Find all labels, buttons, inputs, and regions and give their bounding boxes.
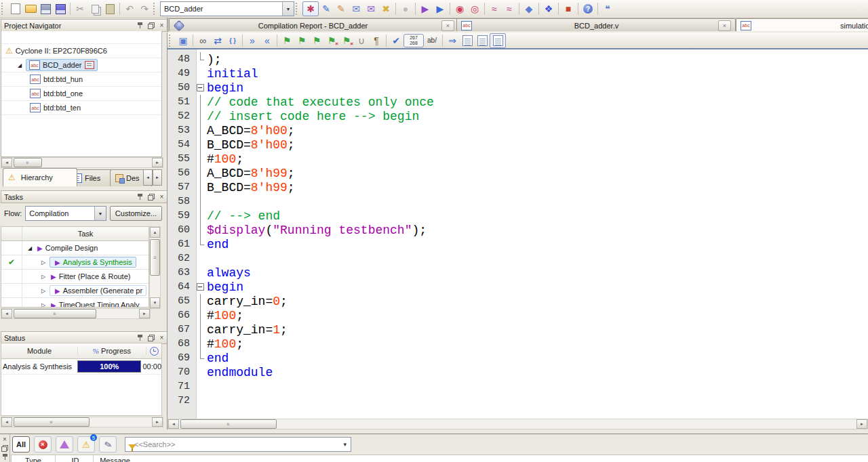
close-tab-icon[interactable]: × <box>441 20 454 31</box>
redo-icon[interactable]: ↷ <box>137 2 152 16</box>
tools-cross-icon[interactable]: ✖ <box>378 2 393 16</box>
float-icon[interactable] <box>147 334 155 341</box>
new-file-icon[interactable] <box>8 2 23 16</box>
scroll-left-icon[interactable]: ◄ <box>1 309 12 318</box>
scroll-right-icon[interactable]: ► <box>856 419 867 429</box>
timequest-clock-icon[interactable]: ◉ <box>452 2 467 16</box>
messages-id-header[interactable]: ID <box>58 455 94 462</box>
scroll-right-icon[interactable]: ► <box>152 158 163 167</box>
combo-dropdown-arrow-icon[interactable]: ▼ <box>94 207 106 220</box>
scroll-right-icon[interactable]: ► <box>139 309 150 318</box>
match-brace-icon[interactable]: { } <box>225 34 240 47</box>
code-line-56[interactable]: 56A_BCD=8'h99; <box>167 166 868 180</box>
scroll-thumb[interactable]: ≡ <box>14 309 96 318</box>
expand-arrow-icon[interactable]: ◢ <box>28 245 36 251</box>
task-row-3[interactable]: ▷▶Assembler (Generate pr <box>1 284 149 298</box>
code-line-70[interactable]: 70endmodule <box>167 365 868 379</box>
code-line-52[interactable]: 52// insert code here --> begin <box>167 109 868 123</box>
project-navigator-hscrollbar[interactable]: ◄ ≡ ► <box>1 157 163 168</box>
paste-icon[interactable] <box>102 2 117 16</box>
cut-icon[interactable]: ✂ <box>73 2 87 16</box>
comment-tool-icon[interactable]: ab/ <box>424 34 440 47</box>
collapse-arrow-icon[interactable]: ▷ <box>41 288 50 294</box>
design-mail-icon[interactable]: ✉ <box>363 2 378 16</box>
stop-icon[interactable]: ● <box>398 2 413 16</box>
tab-scroll-right-icon[interactable]: ► <box>153 169 162 186</box>
save-icon[interactable] <box>38 2 53 16</box>
tasks-hscrollbar[interactable]: ◄ ≡ ► <box>1 308 151 319</box>
messages-type-header[interactable]: Type <box>12 455 56 462</box>
scroll-left-icon[interactable]: ◄ <box>1 158 12 167</box>
document-tab-2[interactable]: abcBCD_adder.v× <box>456 18 736 31</box>
tasks-column-header[interactable]: Task <box>22 230 149 238</box>
close-icon[interactable]: × <box>158 22 165 29</box>
signaltap-hand-icon[interactable]: ❖ <box>541 2 556 16</box>
view-split-icon[interactable] <box>475 34 490 47</box>
code-line-65[interactable]: 65carry_in=0; <box>167 294 868 308</box>
filter-system-button[interactable]: ✎ <box>99 436 117 453</box>
tree-item-1[interactable]: ◢abcBCD_adder <box>1 58 161 72</box>
code-editor[interactable]: 48);49initial50begin51// code that execu… <box>167 48 868 429</box>
code-line-51[interactable]: 51// code that executes only once <box>167 95 868 109</box>
float-icon[interactable] <box>147 193 155 201</box>
document-tab-1[interactable]: Compilation Report - BCD_adder× <box>169 18 459 31</box>
remove-all-bookmarks-icon[interactable]: ⚑× <box>339 34 354 47</box>
task-row-1[interactable]: ✔▷▶Analysis & Synthesis <box>1 255 149 270</box>
find-icon[interactable]: ∞ <box>195 34 210 47</box>
code-line-63[interactable]: 63always <box>167 266 868 280</box>
status-module-header[interactable]: Module <box>1 347 78 355</box>
task-row-4[interactable]: ▷▶TimeQuest Timing Analy <box>1 298 149 308</box>
scroll-left-icon[interactable]: ◄ <box>1 417 12 427</box>
remove-bookmark-icon[interactable]: ⚑× <box>324 34 339 47</box>
indent-icon[interactable]: » <box>245 34 260 47</box>
message-search-box[interactable]: <<Search>> ▾ <box>125 437 351 452</box>
scroll-up-icon[interactable]: ▲ <box>150 227 160 238</box>
insert-bookmark-icon[interactable]: ⚑ <box>279 34 294 47</box>
rtl-waveform-chip-icon[interactable]: ≈ <box>487 2 502 16</box>
sidebar-tab-hierarchy[interactable]: ⚠Hierarchy <box>3 168 77 186</box>
messages-message-header[interactable]: Message <box>96 455 134 462</box>
float-icon[interactable] <box>147 22 155 29</box>
filter-all-button[interactable]: All <box>12 436 30 453</box>
start-elaboration-arrow-icon[interactable]: ▶ <box>433 2 448 16</box>
start-compilation-icon[interactable]: ✱ <box>302 1 319 16</box>
code-line-66[interactable]: 66#100; <box>167 308 868 322</box>
check-syntax-icon[interactable]: ✔ <box>389 34 403 47</box>
close-icon[interactable]: × <box>1 436 9 443</box>
fold-marker[interactable] <box>196 280 207 294</box>
scroll-thumb[interactable]: ≡ <box>180 419 277 429</box>
save-project-icon[interactable] <box>53 2 68 16</box>
collapse-arrow-icon[interactable]: ▷ <box>41 259 50 266</box>
close-icon[interactable]: × <box>158 193 165 201</box>
tree-item-2[interactable]: abcbtd:btd_hun <box>1 72 161 87</box>
scroll-left-icon[interactable]: ◄ <box>168 419 179 429</box>
tree-item-0[interactable]: ⚠Cyclone II: EP2C70F896C6 <box>1 44 161 58</box>
stopwatch-icon[interactable]: ◎ <box>467 2 482 16</box>
code-line-55[interactable]: 55#100; <box>167 152 868 166</box>
template-icon[interactable]: ¶ <box>369 34 384 47</box>
document-tab-3[interactable]: abcsimulation/mode <box>736 18 868 31</box>
expand-arrow-icon[interactable]: ◢ <box>18 62 26 68</box>
code-line-48[interactable]: 48); <box>167 52 868 66</box>
filter-critical-warnings-button[interactable] <box>56 436 73 453</box>
pin-icon[interactable] <box>136 22 144 29</box>
chip-planner-icon[interactable]: ■ <box>561 2 576 16</box>
collapse-arrow-icon[interactable]: ▷ <box>41 274 50 280</box>
help-icon[interactable] <box>580 2 595 16</box>
float-icon[interactable] <box>1 444 9 452</box>
pin-icon[interactable] <box>136 193 144 201</box>
scroll-thumb[interactable]: ≡ <box>14 417 90 427</box>
project-combobox[interactable]: BCD_adder ▼ <box>160 1 294 16</box>
tree-item-3[interactable]: abcbtd:btd_one <box>1 87 161 101</box>
code-line-60[interactable]: 60$display("Running testbench"); <box>167 223 868 237</box>
attach-icon[interactable]: ∪ <box>354 34 369 47</box>
scroll-thumb[interactable]: ≡ <box>14 158 42 167</box>
flow-combobox[interactable]: Compilation ▼ <box>25 206 106 221</box>
search-dropdown-icon[interactable]: ▾ <box>339 441 351 448</box>
code-line-64[interactable]: 64begin <box>167 280 868 294</box>
view-outline-icon[interactable] <box>490 33 506 48</box>
code-line-69[interactable]: 69end <box>167 351 868 365</box>
feedback-bubble-icon[interactable]: ❝ <box>600 2 615 16</box>
next-bookmark-icon[interactable]: ⚑ <box>294 34 309 47</box>
code-line-57[interactable]: 57B_BCD=8'h99; <box>167 180 868 194</box>
